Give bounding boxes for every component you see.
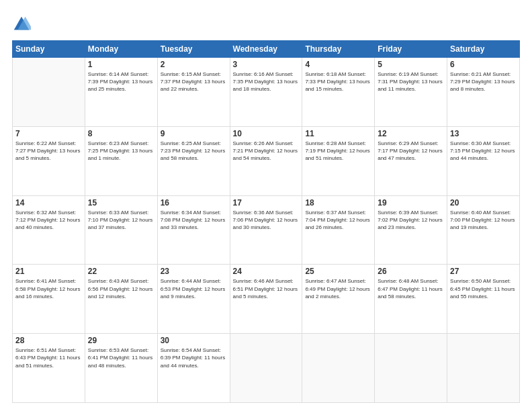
day-info: Sunrise: 6:44 AM Sunset: 6:53 PM Dayligh… <box>161 277 227 300</box>
calendar-cell: 6Sunrise: 6:21 AM Sunset: 7:29 PM Daylig… <box>447 58 520 127</box>
day-info: Sunrise: 6:36 AM Sunset: 7:06 PM Dayligh… <box>233 209 300 232</box>
day-info: Sunrise: 6:18 AM Sunset: 7:33 PM Dayligh… <box>305 71 371 93</box>
day-info: Sunrise: 6:14 AM Sunset: 7:39 PM Dayligh… <box>88 71 154 93</box>
calendar-week-1: 1Sunrise: 6:14 AM Sunset: 7:39 PM Daylig… <box>13 58 520 127</box>
calendar-cell: 4Sunrise: 6:18 AM Sunset: 7:33 PM Daylig… <box>302 58 375 127</box>
calendar-cell: 24Sunrise: 6:46 AM Sunset: 6:51 PM Dayli… <box>230 265 302 334</box>
logo-icon <box>12 15 31 34</box>
day-info: Sunrise: 6:54 AM Sunset: 6:39 PM Dayligh… <box>161 347 227 369</box>
calendar-cell: 3Sunrise: 6:16 AM Sunset: 7:35 PM Daylig… <box>230 58 302 127</box>
day-number: 11 <box>305 129 371 138</box>
day-number: 10 <box>233 129 300 138</box>
calendar-header-monday: Monday <box>85 41 157 58</box>
calendar-cell: 19Sunrise: 6:39 AM Sunset: 7:02 PM Dayli… <box>375 195 447 265</box>
calendar-cell: 9Sunrise: 6:25 AM Sunset: 7:23 PM Daylig… <box>157 126 230 195</box>
calendar-cell: 11Sunrise: 6:28 AM Sunset: 7:19 PM Dayli… <box>302 126 375 195</box>
day-info: Sunrise: 6:41 AM Sunset: 6:58 PM Dayligh… <box>15 277 82 300</box>
calendar-cell: 2Sunrise: 6:15 AM Sunset: 7:37 PM Daylig… <box>157 58 230 127</box>
day-info: Sunrise: 6:16 AM Sunset: 7:35 PM Dayligh… <box>233 71 300 93</box>
calendar-cell: 16Sunrise: 6:34 AM Sunset: 7:08 PM Dayli… <box>157 195 230 265</box>
calendar-cell: 22Sunrise: 6:43 AM Sunset: 6:56 PM Dayli… <box>85 265 157 334</box>
calendar-week-5: 28Sunrise: 6:51 AM Sunset: 6:43 PM Dayli… <box>13 334 520 403</box>
calendar-cell <box>13 58 85 127</box>
day-number: 20 <box>450 198 517 208</box>
calendar-cell: 15Sunrise: 6:33 AM Sunset: 7:10 PM Dayli… <box>85 195 157 265</box>
day-number: 22 <box>88 267 154 276</box>
calendar-cell <box>375 334 447 403</box>
calendar-header-row: SundayMondayTuesdayWednesdayThursdayFrid… <box>13 41 520 58</box>
calendar-cell: 30Sunrise: 6:54 AM Sunset: 6:39 PM Dayli… <box>157 334 230 403</box>
calendar-cell: 27Sunrise: 6:50 AM Sunset: 6:45 PM Dayli… <box>447 265 520 334</box>
day-info: Sunrise: 6:43 AM Sunset: 6:56 PM Dayligh… <box>88 277 154 300</box>
page: SundayMondayTuesdayWednesdayThursdayFrid… <box>0 0 532 411</box>
day-info: Sunrise: 6:23 AM Sunset: 7:25 PM Dayligh… <box>88 140 154 163</box>
day-number: 14 <box>15 198 82 208</box>
day-info: Sunrise: 6:33 AM Sunset: 7:10 PM Dayligh… <box>88 209 154 232</box>
day-info: Sunrise: 6:46 AM Sunset: 6:51 PM Dayligh… <box>233 277 300 300</box>
day-info: Sunrise: 6:15 AM Sunset: 7:37 PM Dayligh… <box>161 71 227 93</box>
day-number: 6 <box>450 60 517 69</box>
day-info: Sunrise: 6:39 AM Sunset: 7:02 PM Dayligh… <box>378 209 444 232</box>
day-info: Sunrise: 6:40 AM Sunset: 7:00 PM Dayligh… <box>450 209 517 232</box>
day-number: 30 <box>161 336 227 345</box>
calendar-cell: 25Sunrise: 6:47 AM Sunset: 6:49 PM Dayli… <box>302 265 375 334</box>
calendar-header-friday: Friday <box>375 41 447 58</box>
day-number: 7 <box>15 129 82 138</box>
calendar-header-saturday: Saturday <box>447 41 520 58</box>
day-info: Sunrise: 6:47 AM Sunset: 6:49 PM Dayligh… <box>305 277 371 300</box>
day-number: 23 <box>161 267 227 276</box>
calendar-cell: 23Sunrise: 6:44 AM Sunset: 6:53 PM Dayli… <box>157 265 230 334</box>
day-number: 24 <box>233 267 300 276</box>
calendar-cell: 20Sunrise: 6:40 AM Sunset: 7:00 PM Dayli… <box>447 195 520 265</box>
day-number: 25 <box>305 267 371 276</box>
day-info: Sunrise: 6:19 AM Sunset: 7:31 PM Dayligh… <box>378 71 444 93</box>
calendar-cell: 21Sunrise: 6:41 AM Sunset: 6:58 PM Dayli… <box>13 265 85 334</box>
day-number: 13 <box>450 129 517 138</box>
day-info: Sunrise: 6:50 AM Sunset: 6:45 PM Dayligh… <box>450 277 517 300</box>
calendar-cell: 1Sunrise: 6:14 AM Sunset: 7:39 PM Daylig… <box>85 58 157 127</box>
day-info: Sunrise: 6:28 AM Sunset: 7:19 PM Dayligh… <box>305 140 371 163</box>
calendar-cell <box>447 334 520 403</box>
calendar-cell: 12Sunrise: 6:29 AM Sunset: 7:17 PM Dayli… <box>375 126 447 195</box>
calendar-header-sunday: Sunday <box>13 41 85 58</box>
day-number: 28 <box>15 336 82 345</box>
day-info: Sunrise: 6:21 AM Sunset: 7:29 PM Dayligh… <box>450 71 517 93</box>
calendar-cell: 8Sunrise: 6:23 AM Sunset: 7:25 PM Daylig… <box>85 126 157 195</box>
day-number: 15 <box>88 198 154 208</box>
day-info: Sunrise: 6:32 AM Sunset: 7:12 PM Dayligh… <box>15 209 82 232</box>
day-number: 5 <box>378 60 444 69</box>
day-info: Sunrise: 6:30 AM Sunset: 7:15 PM Dayligh… <box>450 140 517 163</box>
logo <box>12 15 34 34</box>
calendar-header-thursday: Thursday <box>302 41 375 58</box>
day-number: 12 <box>378 129 444 138</box>
calendar-week-4: 21Sunrise: 6:41 AM Sunset: 6:58 PM Dayli… <box>13 265 520 334</box>
calendar-cell: 18Sunrise: 6:37 AM Sunset: 7:04 PM Dayli… <box>302 195 375 265</box>
day-info: Sunrise: 6:48 AM Sunset: 6:47 PM Dayligh… <box>378 277 444 300</box>
day-info: Sunrise: 6:26 AM Sunset: 7:21 PM Dayligh… <box>233 140 300 163</box>
day-number: 9 <box>161 129 227 138</box>
day-info: Sunrise: 6:29 AM Sunset: 7:17 PM Dayligh… <box>378 140 444 163</box>
header <box>12 12 520 34</box>
day-info: Sunrise: 6:25 AM Sunset: 7:23 PM Dayligh… <box>161 140 227 163</box>
day-info: Sunrise: 6:53 AM Sunset: 6:41 PM Dayligh… <box>88 347 154 369</box>
calendar-cell <box>230 334 302 403</box>
calendar-cell: 13Sunrise: 6:30 AM Sunset: 7:15 PM Dayli… <box>447 126 520 195</box>
calendar-header-wednesday: Wednesday <box>230 41 302 58</box>
calendar-header-tuesday: Tuesday <box>157 41 230 58</box>
day-number: 16 <box>161 198 227 208</box>
calendar-cell: 28Sunrise: 6:51 AM Sunset: 6:43 PM Dayli… <box>13 334 85 403</box>
calendar-cell: 26Sunrise: 6:48 AM Sunset: 6:47 PM Dayli… <box>375 265 447 334</box>
calendar-cell: 14Sunrise: 6:32 AM Sunset: 7:12 PM Dayli… <box>13 195 85 265</box>
calendar-cell: 29Sunrise: 6:53 AM Sunset: 6:41 PM Dayli… <box>85 334 157 403</box>
day-number: 17 <box>233 198 300 208</box>
day-number: 19 <box>378 198 444 208</box>
day-number: 1 <box>88 60 154 69</box>
day-number: 18 <box>305 198 371 208</box>
day-number: 27 <box>450 267 517 276</box>
day-number: 26 <box>378 267 444 276</box>
day-number: 4 <box>305 60 371 69</box>
day-info: Sunrise: 6:34 AM Sunset: 7:08 PM Dayligh… <box>161 209 227 232</box>
calendar-week-2: 7Sunrise: 6:22 AM Sunset: 7:27 PM Daylig… <box>13 126 520 195</box>
day-number: 21 <box>15 267 82 276</box>
day-number: 3 <box>233 60 300 69</box>
